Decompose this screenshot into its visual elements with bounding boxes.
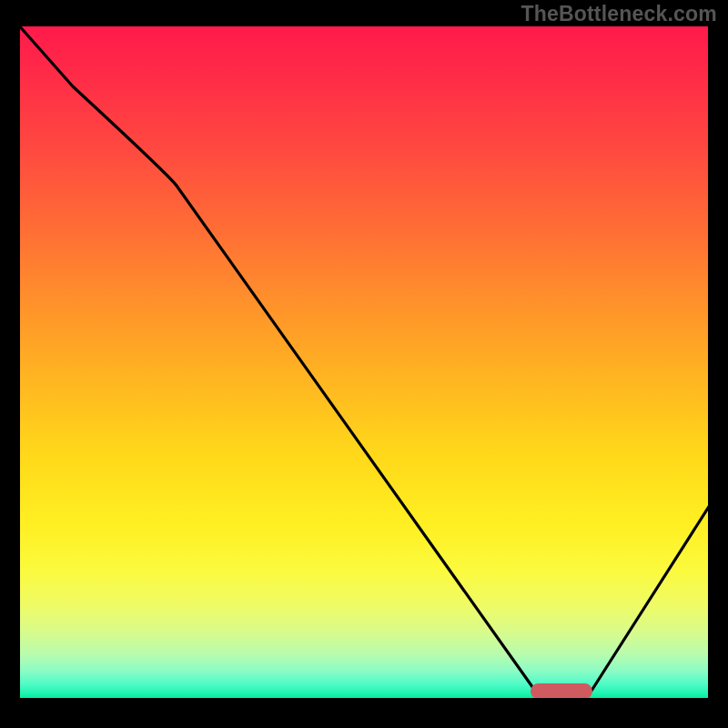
curve-path [20,26,708,697]
plot-area [20,26,708,707]
bottleneck-curve [20,26,708,707]
watermark-text: TheBottleneck.com [521,2,717,26]
x-axis-strip [20,698,708,707]
optimal-marker [531,683,592,699]
chart-frame: TheBottleneck.com [0,0,728,728]
